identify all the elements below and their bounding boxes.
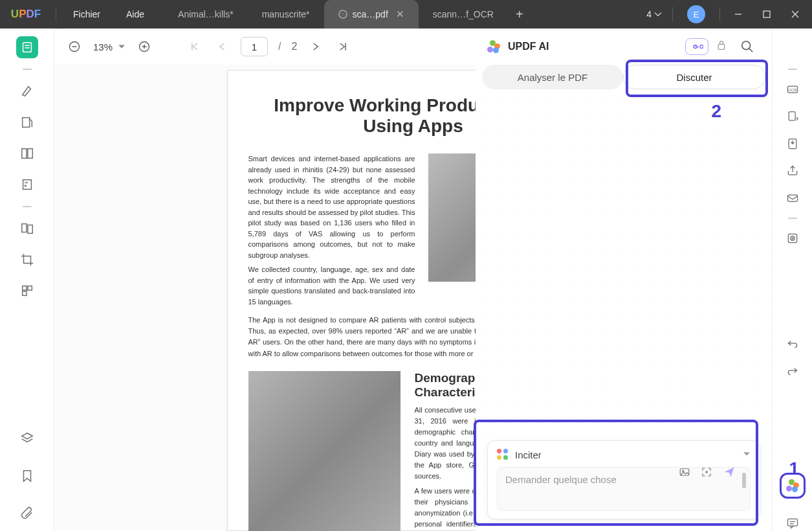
- first-page-button[interactable]: [186, 38, 203, 55]
- infinity-button[interactable]: [685, 38, 708, 55]
- redo-icon[interactable]: [785, 363, 800, 378]
- right-rail: OCR: [772, 28, 812, 531]
- zoom-out-button[interactable]: [66, 38, 83, 55]
- svg-point-40: [791, 238, 793, 240]
- svg-rect-41: [787, 519, 797, 526]
- close-tab-icon[interactable]: ✕: [396, 8, 404, 20]
- reader-mode-button[interactable]: [16, 36, 38, 58]
- undo-icon[interactable]: [785, 335, 800, 351]
- zoom-value[interactable]: 13%: [93, 41, 126, 52]
- prev-page-button[interactable]: [214, 38, 230, 55]
- prompt-icon: [497, 449, 509, 460]
- ocr-icon[interactable]: OCR: [785, 82, 800, 97]
- attachment-icon[interactable]: [16, 503, 38, 525]
- svg-rect-26: [718, 44, 725, 49]
- tab-label: Animal…kills*: [178, 9, 234, 19]
- email-icon[interactable]: [785, 190, 800, 206]
- protect-icon[interactable]: [785, 231, 800, 246]
- avatar[interactable]: E: [687, 5, 705, 23]
- annotate-tool[interactable]: [16, 111, 38, 133]
- tab-discuss[interactable]: Discuter: [623, 65, 765, 89]
- page-input[interactable]: 1: [241, 37, 268, 56]
- svg-rect-7: [22, 118, 29, 128]
- tab-2[interactable]: sca…pdf ✕: [324, 0, 419, 28]
- document-image: [248, 371, 401, 531]
- add-tab-button[interactable]: +: [508, 0, 531, 28]
- chevron-down-icon: [654, 10, 662, 18]
- window-count[interactable]: 4: [640, 9, 668, 19]
- tab-analyse[interactable]: Analyser le PDF: [482, 65, 623, 89]
- send-button[interactable]: [723, 466, 736, 481]
- tab-label: sca…pdf: [353, 9, 388, 19]
- svg-rect-13: [21, 224, 26, 232]
- form-tool[interactable]: [16, 174, 38, 196]
- pages-tool[interactable]: [16, 142, 38, 164]
- comment-icon[interactable]: [785, 515, 800, 531]
- tab-3[interactable]: scann…f_OCR: [419, 0, 508, 28]
- left-rail: [0, 28, 54, 531]
- minimize-button[interactable]: [724, 0, 752, 28]
- chat-input[interactable]: Demander quelque chose: [497, 467, 751, 511]
- ai-panel: UPDF AI Analyser le PDF Discuter Inciter…: [476, 28, 772, 531]
- svg-rect-4: [23, 43, 31, 52]
- callout-number-1: 1: [789, 458, 799, 479]
- chat-input-box: Inciter Demander quelque chose: [487, 440, 760, 519]
- svg-rect-38: [788, 234, 796, 242]
- page-total: 2: [291, 41, 297, 52]
- svg-rect-10: [23, 180, 31, 190]
- tab-label: manuscrite*: [262, 9, 310, 19]
- compare-tool[interactable]: [16, 218, 38, 240]
- screenshot-icon[interactable]: [701, 466, 712, 480]
- layers-icon[interactable]: [16, 427, 38, 449]
- lock-icon[interactable]: [716, 40, 727, 54]
- scrollbar-thumb[interactable]: [742, 473, 746, 488]
- svg-text:OCR: OCR: [788, 88, 796, 92]
- menu-file[interactable]: Fichier: [60, 9, 113, 19]
- incite-label[interactable]: Inciter: [515, 449, 736, 460]
- organize-tool[interactable]: [16, 280, 38, 302]
- svg-rect-14: [27, 225, 32, 234]
- updf-logo: UPDF: [0, 8, 52, 21]
- svg-point-39: [790, 236, 795, 241]
- next-page-button[interactable]: [307, 38, 324, 55]
- ai-panel-body: Inciter Demander quelque chose: [476, 89, 772, 531]
- pdf-icon: [338, 10, 347, 19]
- svg-rect-35: [789, 112, 795, 120]
- svg-rect-8: [21, 149, 26, 159]
- zoom-in-button[interactable]: [136, 38, 153, 55]
- tab-0[interactable]: Animal…kills*: [164, 0, 248, 28]
- image-icon[interactable]: [679, 466, 690, 480]
- compress-icon[interactable]: [785, 136, 800, 152]
- svg-rect-1: [763, 11, 770, 17]
- menu-help[interactable]: Aide: [113, 9, 157, 19]
- tab-1[interactable]: manuscrite*: [248, 0, 324, 28]
- last-page-button[interactable]: [335, 38, 351, 55]
- tab-label: scann…f_OCR: [433, 9, 494, 19]
- chevron-down-icon: [118, 43, 126, 51]
- incite-dropdown-icon[interactable]: [743, 449, 751, 460]
- callout-number-2: 2: [711, 101, 721, 122]
- svg-line-28: [749, 49, 753, 52]
- bookmark-icon[interactable]: [16, 465, 38, 487]
- search-button[interactable]: [734, 34, 760, 60]
- svg-rect-37: [787, 195, 797, 201]
- share-icon[interactable]: [785, 163, 800, 179]
- svg-point-27: [742, 41, 751, 50]
- titlebar: UPDF Fichier Aide Animal…kills* manuscri…: [0, 0, 812, 28]
- tab-strip: Animal…kills* manuscrite* sca…pdf ✕ scan…: [164, 0, 640, 28]
- updf-ai-icon: [487, 40, 500, 53]
- ai-panel-title: UPDF AI: [508, 41, 549, 52]
- svg-rect-17: [22, 291, 26, 295]
- convert-icon[interactable]: [785, 109, 800, 124]
- maximize-button[interactable]: [752, 0, 781, 28]
- svg-rect-9: [27, 149, 32, 159]
- svg-rect-15: [22, 286, 26, 290]
- crop-tool[interactable]: [16, 249, 38, 271]
- svg-point-12: [25, 185, 26, 186]
- close-window-button[interactable]: [781, 0, 809, 28]
- ai-tab-switch: Analyser le PDF Discuter: [476, 65, 772, 89]
- svg-rect-16: [27, 286, 31, 290]
- highlight-tool[interactable]: [16, 80, 38, 102]
